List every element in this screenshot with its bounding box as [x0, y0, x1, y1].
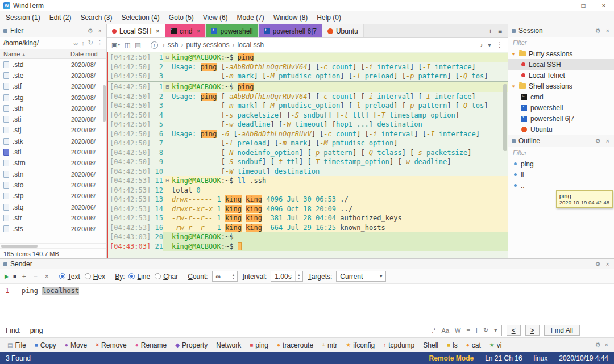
chevron-right-icon[interactable]: › — [480, 41, 483, 49]
menu-search[interactable]: Search (3) — [76, 12, 117, 23]
interval-stepper[interactable]: 1.00s ▴▾ — [271, 271, 302, 282]
send-play-button[interactable]: ▶ — [5, 273, 9, 279]
tool-move[interactable]: ●Move — [61, 340, 91, 350]
gear-icon[interactable]: ⚙ — [594, 27, 602, 35]
info-icon[interactable]: i — [151, 41, 158, 49]
tool-ifconfig[interactable]: ★ifconfig — [342, 340, 379, 350]
close-icon[interactable]: × — [605, 27, 611, 34]
file-row[interactable]: .sto2020/06/ — [0, 179, 106, 190]
find-previous-button[interactable]: < — [507, 325, 521, 336]
close-icon[interactable]: × — [605, 137, 611, 144]
maximize-button[interactable]: □ — [573, 0, 594, 11]
layout-icon[interactable]: ▤ — [135, 41, 140, 49]
os-indicator[interactable]: linux — [534, 354, 548, 362]
session-item-local-ssh[interactable]: Local SSH — [508, 59, 614, 70]
new-tab-button[interactable]: + — [488, 27, 492, 35]
outline-item-ping[interactable]: ping — [508, 158, 614, 169]
more-menu-icon[interactable]: ⋮ — [496, 41, 503, 49]
find-all-button[interactable]: Find All — [544, 325, 580, 336]
file-row[interactable]: .stp2020/06/ — [0, 191, 106, 202]
menu-selection[interactable]: Selection (4) — [117, 12, 164, 23]
tab-close-icon[interactable]: × — [196, 27, 200, 35]
tab-powershell[interactable]: powershell — [206, 24, 258, 37]
tab-local-ssh[interactable]: Local SSH× — [107, 24, 165, 37]
split-view-icon[interactable]: ◫ — [125, 41, 130, 49]
targets-select[interactable]: Current ▾ — [336, 271, 386, 282]
chevron-down-icon[interactable]: ▾ — [488, 41, 491, 49]
expand-icon[interactable]: ▾ — [511, 83, 516, 89]
file-row[interactable]: .ste2020/08/ — [0, 70, 106, 81]
breadcrumb-item[interactable]: local ssh — [237, 41, 264, 49]
fold-icon[interactable]: ⊟ — [163, 53, 172, 62]
tool-traceroute[interactable]: ●traceroute — [273, 340, 317, 350]
mode-indicator[interactable]: Remote Mode — [429, 354, 474, 362]
gear-icon[interactable]: ⚙ — [86, 27, 94, 35]
tab-list-icon[interactable]: ≡ — [498, 27, 502, 35]
send-stop-button[interactable]: ■ — [13, 273, 16, 279]
radio-char[interactable]: Char — [155, 273, 178, 281]
file-row[interactable]: .stk2020/08/ — [0, 136, 106, 147]
outline-item-[interactable]: .. — [508, 180, 614, 191]
breadcrumb-item[interactable]: putty sessions — [186, 41, 229, 49]
new-session-icon[interactable]: ▣▾ — [111, 41, 120, 49]
tool-ping[interactable]: ■ping — [246, 340, 272, 350]
path-display[interactable]: /home/king/ — [3, 39, 70, 47]
more-icon[interactable]: ⋮ — [97, 39, 103, 47]
tool-shell[interactable]: Shell — [419, 340, 442, 350]
find-next-button[interactable]: > — [525, 325, 540, 336]
close-icon[interactable]: × — [605, 261, 611, 267]
file-row[interactable]: .stj2020/08/ — [0, 125, 106, 136]
session-group-shell-sessions[interactable]: ▾Shell sessions — [508, 81, 614, 91]
file-row[interactable]: .stn2020/06/ — [0, 169, 106, 179]
session-item-local-telnet[interactable]: Local Telnet — [508, 70, 614, 81]
fold-icon[interactable]: ⊟ — [163, 176, 172, 186]
find-option-icon[interactable]: ↻ — [483, 327, 488, 334]
file-row[interactable]: .stm2020/08/ — [0, 158, 106, 169]
filer-vertical-scrollbar[interactable] — [103, 85, 106, 122]
session-item-powershell-6-7[interactable]: powershell 6|7 — [508, 113, 614, 124]
file-row[interactable]: .std2020/08/ — [0, 59, 106, 70]
cursor-position[interactable]: Ln 21 Ch 16 — [485, 354, 522, 362]
tool-cat[interactable]: ●cat — [462, 340, 485, 350]
close-icon[interactable]: × — [605, 341, 608, 349]
count-stepper[interactable]: ∞ ▴▾ — [212, 271, 238, 282]
terminal[interactable]: [04:42:50]1⊟king@MACBOOK:~$ ping[04:42:5… — [107, 52, 508, 258]
find-option-icon[interactable]: ▾ — [494, 327, 497, 334]
find-option-icon[interactable]: W — [455, 327, 460, 334]
terminal-scrollbar[interactable] — [503, 84, 507, 151]
file-row[interactable]: .stq2020/06/ — [0, 202, 106, 212]
remove-line-button[interactable]: − — [32, 273, 39, 281]
menu-goto[interactable]: Goto (5) — [164, 12, 198, 23]
column-date-modified[interactable]: Date mod — [68, 51, 103, 57]
find-option-icon[interactable]: Aa — [442, 327, 449, 334]
tool-copy[interactable]: ■Copy — [31, 340, 60, 350]
column-name[interactable]: Name ▲ — [3, 51, 68, 57]
outline-item-ll[interactable]: ll — [508, 169, 614, 180]
file-row[interactable]: .sti2020/08/ — [0, 114, 106, 124]
filer-horizontal-scrollbar[interactable] — [0, 243, 106, 248]
menu-session[interactable]: Session (1) — [1, 12, 45, 23]
stepper-arrows-icon[interactable]: ▴▾ — [295, 271, 302, 281]
close-icon[interactable]: × — [97, 27, 103, 34]
file-row[interactable]: .sts2020/06/ — [0, 223, 106, 234]
find-option-icon[interactable]: I — [476, 327, 478, 334]
session-item-ubuntu[interactable]: Ubuntu — [508, 124, 614, 135]
file-row[interactable]: .stl2020/08/ — [0, 147, 106, 157]
tool-ls[interactable]: ■ls — [443, 340, 462, 350]
file-row[interactable]: .stf2020/08/ — [0, 81, 106, 92]
menu-edit[interactable]: Edit (2) — [45, 12, 76, 23]
file-row[interactable]: .str2020/06/ — [0, 212, 106, 223]
tab-ubuntu[interactable]: Ubuntu — [322, 24, 364, 37]
session-item-cmd[interactable]: cmd — [508, 91, 614, 102]
menu-help[interactable]: Help (0) — [312, 12, 346, 23]
terminal-preview-pane[interactable]: [04:42:50]1⊟king@MACBOOK:~$ ping[04:42:5… — [108, 52, 508, 82]
filer-list[interactable]: .std2020/08/.ste2020/08/.stf2020/08/.stg… — [0, 59, 106, 243]
minimize-button[interactable]: – — [553, 0, 573, 11]
fold-icon[interactable]: ⊟ — [163, 82, 172, 92]
radio-hex[interactable]: Hex — [85, 273, 105, 281]
find-input[interactable]: ping .*AaW≡I↻▾ — [26, 325, 502, 336]
refresh-icon[interactable]: ↻ — [88, 39, 93, 47]
tool-vi[interactable]: ★vi — [486, 340, 506, 350]
tool-file[interactable]: ▤File — [3, 340, 30, 350]
tab-cmd[interactable]: cmd× — [165, 24, 206, 37]
